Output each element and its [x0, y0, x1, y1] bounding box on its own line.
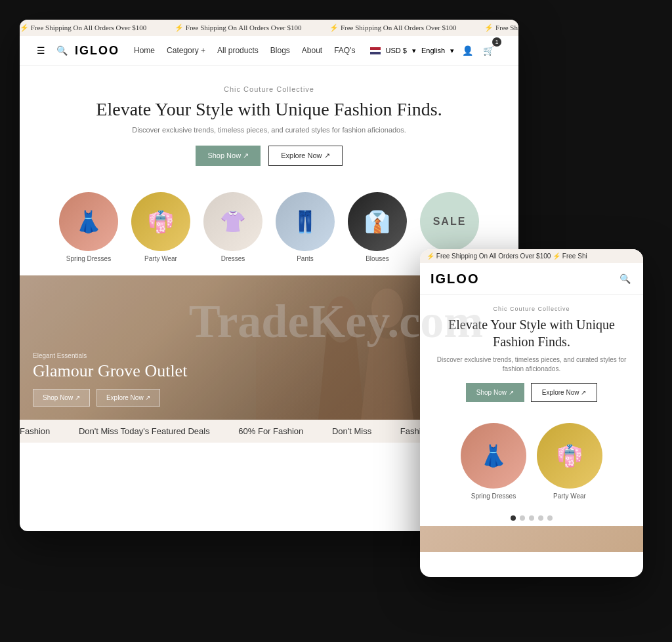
svg-point-0 [327, 296, 356, 333]
mobile-circle-party-wear: 👘 [537, 423, 602, 489]
glamour-explore-button[interactable]: Explore Now ↗ [96, 389, 160, 407]
nav-about[interactable]: About [302, 46, 322, 55]
category-circle-spring-dresses: 👗 [59, 192, 118, 251]
site-logo: IGLOO [75, 44, 119, 58]
main-nav: Home Category + All products Blogs About… [126, 46, 364, 55]
nav-blogs[interactable]: Blogs [270, 46, 290, 55]
sale-label: SALE [433, 216, 467, 228]
mobile-hero: Chic Couture Collective Elevate Your Sty… [420, 295, 643, 412]
category-label-dresses: Dresses [221, 255, 245, 262]
category-party-wear[interactable]: 👘 Party Wear [131, 192, 190, 262]
mobile-pagination-dots [420, 510, 643, 526]
deal-item: Don't Miss Today's Featured Deals [79, 426, 210, 436]
dresses-figure: 👚 [203, 192, 262, 251]
promo-item: ⚡ Free Shipping On All Orders Over $100 [20, 24, 146, 31]
hero-title: Elevate Your Style with Unique Fashion F… [33, 98, 505, 121]
mobile-category-party-wear[interactable]: 👘 Party Wear [537, 423, 602, 500]
currency-selector[interactable]: USD $ [386, 47, 407, 54]
mobile-categories: 👗 Spring Dresses 👘 Party Wear [420, 412, 643, 510]
deal-item: Fashion [20, 426, 50, 436]
category-label-blouses: Blouses [366, 255, 389, 262]
dot-3[interactable] [529, 515, 534, 521]
mobile-label-party-wear: Party Wear [553, 492, 586, 500]
hero-subtitle: Chic Couture Collective [33, 85, 505, 93]
mobile-shop-now-button[interactable]: Shop Now ↗ [466, 383, 524, 402]
category-label-pants: Pants [297, 255, 314, 262]
nav-category[interactable]: Category + [167, 46, 205, 55]
flag-icon [370, 47, 381, 54]
glamour-title: Glamour Grove Outlet [33, 362, 187, 381]
hamburger-icon[interactable]: ☰ [33, 43, 49, 58]
hero-description: Discover exclusive trends, timeless piec… [33, 126, 505, 134]
hero-buttons: Shop Now ↗ Explore Now ↗ [33, 146, 505, 166]
glamour-content: Elegant Essentials Glamour Grove Outlet … [33, 352, 187, 407]
mobile-hero-subtitle: Chic Couture Collective [430, 306, 633, 312]
category-circle-dresses: 👚 [203, 192, 262, 251]
category-label-spring-dresses: Spring Dresses [66, 255, 111, 262]
hero-section: Chic Couture Collective Elevate Your Sty… [20, 66, 518, 179]
search-icon[interactable]: 🔍 [54, 43, 70, 58]
dot-2[interactable] [520, 515, 525, 521]
promo-bar: ⚡ Free Shipping On All Orders Over $100 … [20, 20, 518, 36]
cart-badge: 1 [492, 37, 501, 47]
dot-1[interactable] [511, 515, 516, 521]
mobile-browser-window: ⚡ Free Shipping On All Orders Over $100 … [420, 249, 643, 577]
navbar-left: ☰ 🔍 IGLOO [33, 43, 119, 58]
category-circle-party-wear: 👘 [131, 192, 190, 251]
category-circle-pants: 👖 [276, 192, 335, 251]
category-label-party-wear: Party Wear [144, 255, 177, 262]
party-wear-figure: 👘 [131, 192, 190, 251]
glamour-buttons: Shop Now ↗ Explore Now ↗ [33, 389, 187, 407]
mobile-promo-bar: ⚡ Free Shipping On All Orders Over $100 … [420, 249, 643, 263]
category-spring-dresses[interactable]: 👗 Spring Dresses [59, 192, 118, 262]
mobile-spring-figure: 👗 [461, 423, 526, 489]
mobile-circle-spring-dresses: 👗 [461, 423, 526, 489]
mobile-label-spring-dresses: Spring Dresses [471, 492, 516, 500]
explore-now-button[interactable]: Explore Now ↗ [268, 146, 342, 166]
category-dresses[interactable]: 👚 Dresses [203, 192, 262, 262]
mobile-search-icon[interactable]: 🔍 [617, 271, 633, 287]
mobile-explore-now-button[interactable]: Explore Now ↗ [531, 383, 597, 402]
dot-5[interactable] [547, 515, 553, 521]
mobile-hero-description: Discover exclusive trends, timeless piec… [430, 355, 633, 374]
glamour-subtitle: Elegant Essentials [33, 352, 187, 359]
pants-figure: 👖 [276, 192, 335, 251]
cart-wrapper[interactable]: 🛒 1 [480, 43, 505, 58]
glamour-shop-button[interactable]: Shop Now ↗ [33, 389, 90, 407]
nav-home[interactable]: Home [134, 46, 155, 55]
mobile-logo: IGLOO [430, 271, 479, 287]
category-pants[interactable]: 👖 Pants [276, 192, 335, 262]
mobile-hero-buttons: Shop Now ↗ Explore Now ↗ [430, 383, 633, 402]
mobile-navbar: IGLOO 🔍 [420, 263, 643, 295]
promo-bar-inner: ⚡ Free Shipping On All Orders Over $100 … [20, 24, 518, 32]
nav-faqs[interactable]: FAQ's [334, 46, 355, 55]
promo-item: ⚡ Free Shipping On All Orders Over $100 [329, 24, 456, 31]
deal-item: Don't Miss [332, 426, 371, 436]
mobile-category-spring-dresses[interactable]: 👗 Spring Dresses [461, 423, 526, 500]
category-blouses[interactable]: 👔 Blouses [348, 192, 407, 262]
deal-item: 60% For Fashion [238, 426, 303, 436]
promo-item: ⚡ Free Shipping On All Orders Over $100 [175, 24, 301, 31]
navbar: ☰ 🔍 IGLOO Home Category + All products B… [20, 36, 518, 66]
language-selector[interactable]: English [421, 47, 445, 54]
category-circle-blouses: 👔 [348, 192, 407, 251]
spring-dresses-figure: 👗 [59, 192, 118, 251]
svg-point-1 [371, 289, 403, 328]
user-icon[interactable]: 👤 [459, 43, 475, 58]
promo-item: ⚡ Free Shipping On All Orders Over $100 [484, 24, 518, 31]
mobile-party-figure: 👘 [537, 423, 602, 489]
mobile-bottom-banner-hint [420, 526, 643, 552]
mobile-hero-title: Elevate Your Style with Unique Fashion F… [430, 316, 633, 350]
nav-all-products[interactable]: All products [217, 46, 259, 55]
shop-now-button[interactable]: Shop Now ↗ [196, 146, 261, 166]
dot-4[interactable] [538, 515, 543, 521]
sale-circle: SALE [420, 192, 479, 251]
blouses-figure: 👔 [348, 192, 407, 251]
navbar-right: USD $ ▾ English ▾ 👤 🛒 1 [370, 43, 505, 58]
